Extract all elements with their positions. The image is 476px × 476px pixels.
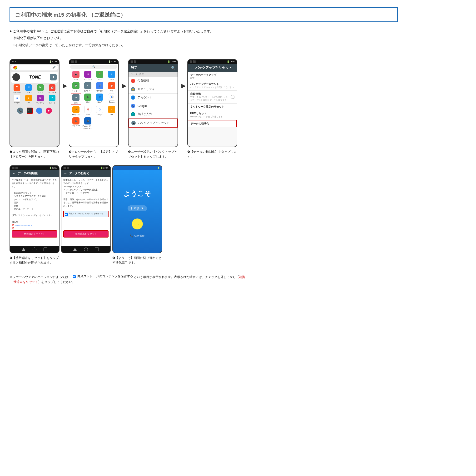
- app-one: 1 One: [23, 95, 34, 104]
- contact-icon: [12, 73, 20, 81]
- drawer-voice: 🎙 音声レコー: [83, 82, 93, 92]
- drawer-fmradio: 📻 FMラジオ: [71, 106, 81, 116]
- bottom-notes: ※ファームウェアのバージョンによっては、 内蔵ストレージのコンテンツを保留する …: [10, 274, 466, 285]
- steps-row-2: ⬛ ⬛ 🔋13:02 ← データの初期化 この操作を行うと、携帯端末の以下のデー…: [10, 165, 466, 270]
- nav-bar-5: [10, 246, 59, 253]
- start-button[interactable]: →: [132, 219, 143, 229]
- account-icon: 👤: [131, 95, 135, 100]
- recents-btn-5: [44, 248, 47, 251]
- backup-icon: ☁: [131, 121, 136, 125]
- drawer-mail: ✉ メール: [106, 71, 117, 81]
- step-7-caption: ❻【ようこそ】画面に切り替わると初期化完了です。: [112, 255, 162, 265]
- step-1-caption: ❶ロック画面を解除し、画面下部の【ドロワー】を開きます。: [10, 150, 60, 159]
- steps-row-1: ▼ ♦ 🔋10:51 🎤 TONE ⬇ T TSUTAYA: [10, 59, 466, 159]
- app-calendar: 📅 カレンダー: [47, 84, 58, 94]
- drawer-phone: 📞 電話: [83, 94, 93, 104]
- app-news: N ニュース: [23, 84, 34, 94]
- step-2: ⬛ ⬛ 🔋12:59 🔍 📷 フォト M マイプラン 📍 マ: [69, 59, 119, 159]
- step-3: ⬛ ⬛ 🔋13:00 設定 🔍 ユーザー設定 📍 位置情報 🔒 セキュリティ: [128, 59, 178, 159]
- drawer-icon: ⋮⋮: [27, 108, 33, 114]
- app-map: M マップ: [35, 84, 46, 94]
- arrow-2: ▶: [122, 83, 126, 89]
- drawer-settings: ⚙ 設定: [71, 94, 81, 104]
- play-icon: ▶: [46, 108, 52, 114]
- app-support: ? サポート: [47, 95, 58, 104]
- drawer-voicesearch: 🎤 音声検索: [95, 82, 105, 92]
- screen5-content: ← データの初期化 この操作を行うと、携帯端末の以下のデータを含む内部ストレージ…: [10, 170, 59, 246]
- app-google: G Google: [11, 95, 22, 104]
- step-4: ⬛ ⬛ 🔋13:00 ← バックアップとリセット データのバックアップ OFF …: [187, 59, 237, 159]
- step-5-caption: ❺【携帯端末をリセット】をタップすると初期化が開始されます。: [10, 255, 60, 265]
- app-tsutaya: T TSUTAYA: [11, 84, 22, 94]
- screen2-content: 🔍 📷 フォト M マイプラン 📍 マップ ✉: [69, 64, 118, 147]
- screen4-content: ← バックアップとリセット データのバックアップ OFF バックアップアカウント…: [188, 64, 237, 147]
- step-6-caption: [61, 255, 111, 270]
- phone-screen-5: ⬛ ⬛ 🔋13:02 ← データの初期化 この操作を行うと、携帯端末の以下のデー…: [10, 165, 60, 253]
- drawer-gmail: M Gmail: [83, 106, 93, 116]
- reset-button-5[interactable]: 携帯端末をリセット: [12, 230, 57, 238]
- phone-screen-3: ⬛ ⬛ 🔋13:00 設定 🔍 ユーザー設定 📍 位置情報 🔒 セキュリティ: [128, 59, 178, 147]
- note-text: ※初期化後データの復元は一切いたしかねます。十分お気をつけください。: [12, 42, 466, 48]
- home-btn-5: [33, 248, 36, 251]
- step-1: ▼ ♦ 🔋10:51 🎤 TONE ⬇ T TSUTAYA: [10, 59, 60, 159]
- phone-screen-1: ▼ ♦ 🔋10:51 🎤 TONE ⬇ T TSUTAYA: [10, 59, 60, 147]
- phone-icon: 📞: [17, 108, 23, 114]
- phone-screen-6: ⬛ ⬛ 🔋13:55 ← データの初期化 端末のストレージから、次のデータを含む…: [61, 165, 111, 253]
- drawer-playmovie: 🎬 PlayムービーTONEクーポン: [83, 117, 93, 132]
- google-logo: [13, 66, 17, 69]
- download-icon: ⬇: [50, 74, 57, 81]
- chrome-icon: 🌐: [36, 108, 42, 114]
- drawer-google: G Google: [95, 106, 105, 116]
- phone-screen-2: ⬛ ⬛ 🔋12:59 🔍 📷 フォト M マイプラン 📍 マ: [69, 59, 119, 147]
- step-3-caption: ❸ユーザー設定の【バックアップとリセット】をタップします。: [128, 150, 178, 159]
- step-2-caption: ❷ドロワーの中から、【設定】アプリをタップします。: [69, 150, 119, 159]
- step-5: ⬛ ⬛ 🔋13:02 ← データの初期化 この操作を行うと、携帯端末の以下のデー…: [10, 165, 60, 265]
- language-icon: 🌐: [131, 112, 135, 116]
- home-btn-6: [84, 248, 88, 251]
- screen3-content: 設定 🔍 ユーザー設定 📍 位置情報 🔒 セキュリティ 👤 アカウント: [129, 64, 178, 147]
- reset-button-6[interactable]: 携帯端末をリセット: [63, 230, 108, 238]
- drawer-contacts: 👤 連絡先: [95, 94, 105, 104]
- back-btn-5: [22, 248, 25, 251]
- status-bar-2: ⬛ ⬛ 🔋12:59: [69, 60, 118, 64]
- page-title: ご利用中の端末 m15 の初期化 （ご返送前に）: [15, 11, 392, 18]
- back-btn-6: [73, 248, 77, 251]
- app-myplan: M マイプラン: [35, 95, 46, 104]
- location-icon: 📍: [131, 79, 135, 83]
- drawer-msg: 💬 メッセージ: [71, 82, 81, 92]
- title-box: ご利用中の端末 m15 の初期化 （ご返送前に）: [10, 7, 398, 22]
- screen6-content: ← データの初期化 端末のストレージから、次のデータを含むすべてのデータが消去さ…: [61, 170, 110, 246]
- bullet-icon: ●: [10, 29, 12, 33]
- drawer-myplan: M マイプラン: [83, 71, 93, 81]
- drawer-map: 📍 マップ: [95, 71, 105, 81]
- security-icon: 🔒: [131, 87, 135, 91]
- drawer-photo: 📷 フォト: [71, 71, 81, 81]
- step-6: ⬛ ⬛ 🔋13:55 ← データの初期化 端末のストレージから、次のデータを含む…: [61, 165, 111, 270]
- arrow-1: ▶: [63, 83, 67, 89]
- step-7: 🔋 ようこそ 日本語 ▼ → 📞 緊急通報 ❻【ようこそ: [112, 165, 162, 265]
- arrow-3: ▶: [181, 83, 186, 89]
- screen7-content: ようこそ 日本語 ▼ → 📞 緊急通報: [113, 170, 162, 253]
- google-icon: G: [131, 104, 135, 108]
- toggle-off: [231, 95, 235, 99]
- intro-section: ● ご利用中の端末 m15は、ご返送前に必ずお客様ご自身で「初期化（データ完全削…: [10, 28, 466, 48]
- drawer-playmusic: 🎵 Play Music: [71, 117, 81, 132]
- status-bar-1: ▼ ♦ 🔋10:51: [10, 60, 59, 64]
- svg-point-2: [111, 96, 112, 98]
- phone-screen-7: 🔋 ようこそ 日本語 ▼ → 📞 緊急通報: [112, 165, 162, 253]
- drawer-one: 1 One: [106, 106, 117, 116]
- step-4-caption: ❹【データの初期化】をタップします。: [187, 150, 237, 159]
- recents-btn-6: [95, 248, 99, 251]
- drawer-chrome: Chrome: [106, 94, 117, 104]
- drawer-clock: ⏰ 時計: [106, 82, 117, 92]
- phone-screen-4: ⬛ ⬛ 🔋13:00 ← バックアップとリセット データのバックアップ OFF …: [187, 59, 237, 147]
- nav-bar-6: [61, 246, 110, 253]
- checkbox-note: [73, 275, 76, 278]
- screen1-content: 🎤 TONE ⬇ T TSUTAYA N ニュース: [10, 64, 59, 147]
- preserve-checkbox[interactable]: [65, 213, 68, 216]
